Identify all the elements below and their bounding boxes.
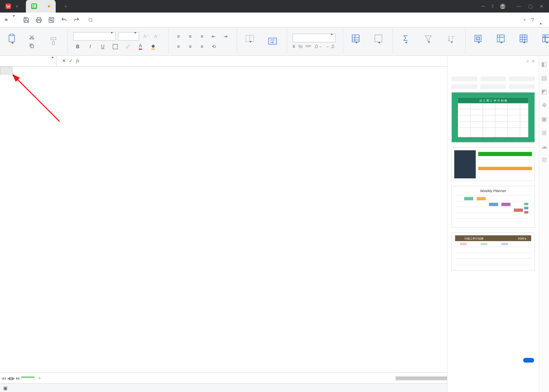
rt-icon-6[interactable]: ⊞ <box>542 129 547 136</box>
record-icon[interactable]: ▣ <box>3 385 7 391</box>
font-color-icon[interactable]: A <box>136 42 145 51</box>
command-search[interactable] <box>88 17 95 23</box>
rt-icon-4[interactable]: ❖ <box>542 102 547 109</box>
print-icon[interactable] <box>35 16 43 24</box>
copy-button[interactable] <box>27 42 38 49</box>
tag-finance[interactable] <box>480 76 506 81</box>
tag-business[interactable] <box>480 69 506 73</box>
sum-button[interactable]: Σ <box>398 32 413 51</box>
freeze-panes-button[interactable] <box>539 33 549 51</box>
row-col-button[interactable] <box>494 33 508 51</box>
align-left-icon[interactable]: ≡ <box>174 42 183 51</box>
merge-center-button[interactable] <box>243 33 257 50</box>
svg-point-8 <box>89 18 92 21</box>
side-pane-settings-icon[interactable]: ≡ <box>526 59 529 64</box>
close-icon[interactable]: ✕ <box>540 4 544 9</box>
hamburger-menu[interactable]: ≡ <box>2 17 17 23</box>
indent-right-icon[interactable]: ⇥ <box>221 32 230 41</box>
redo-icon[interactable] <box>72 16 81 24</box>
increase-font-icon[interactable]: A⁺ <box>142 32 150 41</box>
border-icon[interactable] <box>111 42 120 51</box>
user-account[interactable] <box>500 4 507 9</box>
svg-rect-18 <box>352 35 359 42</box>
app-logo: ▾ <box>0 4 24 9</box>
name-box[interactable] <box>0 56 56 66</box>
rt-icon-5[interactable]: ▣ <box>541 115 547 123</box>
bold-icon[interactable]: B <box>73 42 82 51</box>
rt-icon-2[interactable]: ▤ <box>541 74 547 82</box>
rt-icon-3[interactable]: ◩ <box>541 88 547 95</box>
tag-marketing[interactable] <box>451 84 477 89</box>
decrease-font-icon[interactable]: A⁻ <box>153 32 161 41</box>
italic-icon[interactable]: I <box>86 42 95 51</box>
template-thumb-1[interactable]: 员 工 周 工 作 计 划 表 <box>451 92 535 143</box>
increase-decimal-icon[interactable]: .0→ <box>314 44 323 49</box>
print-preview-icon[interactable] <box>47 16 56 24</box>
first-sheet-icon[interactable]: ⏮ <box>2 376 6 381</box>
table-style-button[interactable] <box>371 33 385 51</box>
conditional-format-button[interactable] <box>349 33 363 51</box>
cut-button[interactable] <box>27 34 38 41</box>
font-family-select[interactable] <box>73 32 116 41</box>
align-right-icon[interactable]: ≡ <box>198 42 206 51</box>
decrease-decimal-icon[interactable]: ←.0 <box>326 44 334 49</box>
rt-icon-8[interactable]: ⧉ <box>542 156 546 163</box>
indent-left-icon[interactable]: ⇤ <box>209 32 218 41</box>
add-sheet-button[interactable]: ＋ <box>35 374 44 383</box>
paste-button[interactable] <box>5 32 19 51</box>
side-pane-close-icon[interactable]: ✕ <box>531 59 535 64</box>
collapse-ribbon-icon[interactable] <box>540 17 544 23</box>
tag-education[interactable] <box>509 69 535 73</box>
rt-icon-1[interactable]: ◧ <box>541 60 547 68</box>
tag-supply[interactable] <box>509 84 535 89</box>
align-bottom-icon[interactable]: ≡ <box>198 32 206 41</box>
help-icon[interactable]: ? <box>531 17 534 23</box>
template-thumb-4[interactable]: 日程工作计划表2020 ▸ <box>451 232 535 270</box>
svg-rect-43 <box>478 167 532 170</box>
wrap-text-button[interactable] <box>265 36 280 47</box>
align-top-icon[interactable]: ≡ <box>174 32 183 41</box>
comma-icon[interactable]: ººº <box>305 44 311 49</box>
badge[interactable] <box>481 6 485 7</box>
filter-button[interactable] <box>421 33 435 50</box>
underline-icon[interactable]: U <box>98 42 107 51</box>
currency-icon[interactable]: ¥ <box>293 44 295 49</box>
undo-icon[interactable] <box>60 16 68 24</box>
format-painter-button[interactable] <box>46 35 60 48</box>
select-all-corner[interactable] <box>0 67 13 74</box>
prev-sheet-icon[interactable]: ◀ <box>7 376 11 381</box>
maximize-icon[interactable]: ▢ <box>528 4 533 9</box>
next-sheet-icon[interactable]: ▶ <box>11 376 15 381</box>
tag-teaching[interactable] <box>480 84 506 89</box>
orientation-icon[interactable]: ⟲ <box>209 42 218 51</box>
fx-icon[interactable]: fx <box>76 58 80 64</box>
percent-icon[interactable]: % <box>298 44 303 49</box>
tag-hr[interactable] <box>509 76 535 81</box>
highlight-color-icon[interactable]: ◆ <box>149 42 157 51</box>
font-size-select[interactable] <box>118 32 139 41</box>
cancel-formula-icon[interactable]: ✕ <box>62 58 66 64</box>
tag-workplan[interactable] <box>451 76 477 81</box>
fill-color-icon[interactable]: 🖉 <box>124 42 132 51</box>
align-middle-icon[interactable]: ≡ <box>186 32 195 41</box>
rt-icon-7[interactable]: ☁ <box>541 143 547 150</box>
template-thumb-2[interactable] <box>451 147 535 181</box>
align-center-icon[interactable]: ≡ <box>186 42 195 51</box>
format-button[interactable] <box>471 33 485 51</box>
sheet-tab-active[interactable] <box>21 377 35 381</box>
minimize-icon[interactable]: — <box>516 4 521 9</box>
sort-button[interactable] <box>444 33 458 50</box>
review-button[interactable]: ▾ <box>523 17 526 23</box>
new-tab-button[interactable]: ＋ <box>59 0 73 13</box>
document-tab[interactable] <box>26 0 56 13</box>
accept-formula-icon[interactable]: ✓ <box>69 58 73 64</box>
number-format-select[interactable] <box>293 34 336 42</box>
gift-icon[interactable]: ⇧ <box>491 4 494 9</box>
tag-search-template[interactable] <box>451 69 477 73</box>
svg-rect-21 <box>476 37 480 40</box>
last-sheet-icon[interactable]: ⏭ <box>16 376 20 381</box>
save-icon[interactable] <box>22 16 31 24</box>
worksheet-button[interactable] <box>516 33 531 51</box>
titlebar: ▾ ＋ ⇧ — ▢ ✕ <box>0 0 549 13</box>
template-thumb-3[interactable]: Weekly Planner <box>451 186 535 228</box>
